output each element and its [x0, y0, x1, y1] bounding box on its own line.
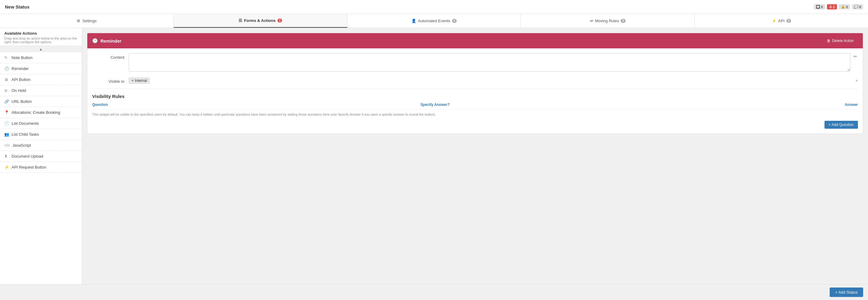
api-icon: ⚡: [772, 19, 776, 23]
sidebar-item-allocations[interactable]: 📍 Allocations: Create Booking: [0, 107, 82, 118]
action-body: Content ✏ Visible to × Internal: [87, 49, 863, 133]
tab-badge-api: 0: [786, 19, 791, 23]
sidebar-item-url-button[interactable]: 🔗 URL Button: [0, 96, 82, 107]
sidebar: Available Actions Drag and drop an actio…: [0, 28, 82, 296]
vr-col-specify[interactable]: Specify Answer?: [421, 102, 639, 107]
vr-description: This widget will be visible to the speci…: [92, 112, 858, 117]
page-title: New Status: [5, 4, 30, 9]
moving-icon: ⇌: [590, 19, 593, 23]
content-field-row: Content ✏: [92, 53, 858, 72]
badge-icon-0: 🔲: [816, 5, 820, 9]
sidebar-subtitle: Drag and drop an action below to the are…: [4, 36, 78, 44]
badge-2: 🔒 0: [839, 4, 850, 9]
tab-badge-forms: 1: [277, 19, 282, 23]
visible-to-tag: × Internal: [129, 78, 150, 84]
content-area: 🕐 Reminder 🗑 Delete Action Content ✏: [82, 28, 868, 296]
badge-icon-2: 🔒: [841, 5, 845, 9]
automated-icon: 👤: [411, 19, 416, 23]
tab-api[interactable]: ⚡ API 0: [694, 14, 868, 28]
allocations-icon: 📍: [4, 110, 9, 115]
badge-1: ⚠ 1: [827, 4, 837, 9]
vr-col-answer[interactable]: Answer: [639, 102, 858, 107]
sidebar-item-on-hold[interactable]: ⊘ On Hold: [0, 85, 82, 96]
sidebar-item-list-child-tasks[interactable]: 👥 List Child Tasks: [0, 129, 82, 140]
on-hold-icon: ⊘: [4, 88, 9, 93]
vr-table-header: Question Specify Answer? Answer: [92, 102, 858, 110]
api-request-icon: ⚡: [4, 165, 9, 170]
add-status-button[interactable]: + Add Status: [830, 288, 863, 296]
top-bar-badges: 🔲 0 ⚠ 1 🔒 0 💬 0: [814, 4, 863, 9]
bottom-bar: + Add Status: [0, 284, 868, 296]
list-documents-icon: 📄: [4, 121, 9, 126]
visibility-rules-section: Visibility Rules Question Specify Answer…: [92, 89, 858, 129]
document-upload-icon: ⬆: [4, 154, 9, 158]
visible-to-clear-button[interactable]: ×: [856, 78, 858, 83]
visible-to-row: Visible to × Internal ×: [92, 77, 858, 84]
content-input[interactable]: [129, 53, 850, 71]
delete-action-button[interactable]: 🗑 Delete Action: [823, 37, 858, 45]
forms-icon: ☰: [239, 18, 242, 23]
api-button-icon: 🖥: [4, 77, 9, 82]
content-control: [129, 53, 850, 72]
sidebar-list: ✎ Note Button 🕐 Reminder 🖥 API Button ⊘ …: [0, 52, 82, 289]
action-header-title: Reminder: [100, 38, 121, 43]
scroll-up-btn[interactable]: ▲: [0, 46, 82, 52]
tab-forms-actions[interactable]: ☰ Forms & Actions 1: [174, 14, 347, 28]
vr-footer: + Add Question: [92, 121, 858, 129]
sidebar-item-api-request-button[interactable]: ⚡ API Request Button: [0, 162, 82, 173]
action-header: 🕐 Reminder 🗑 Delete Action: [87, 33, 863, 49]
sidebar-title: Available Actions: [4, 31, 78, 36]
action-header-icon: 🕐: [92, 38, 98, 43]
main-layout: Available Actions Drag and drop an actio…: [0, 28, 868, 296]
tab-badge-automated: 0: [452, 19, 457, 23]
action-card-reminder: 🕐 Reminder 🗑 Delete Action Content ✏: [87, 33, 863, 134]
settings-icon: ⚙: [77, 19, 80, 23]
visible-to-label: Visible to: [92, 77, 129, 84]
list-child-tasks-icon: 👥: [4, 132, 9, 137]
sidebar-item-api-button[interactable]: 🖥 API Button: [0, 74, 82, 85]
note-button-icon: ✎: [4, 55, 9, 60]
vr-col-question[interactable]: Question: [92, 102, 421, 107]
url-button-icon: 🔗: [4, 99, 9, 104]
sidebar-item-note-button[interactable]: ✎ Note Button: [0, 52, 82, 63]
tab-badge-moving: 0: [621, 19, 625, 23]
tab-moving-rules[interactable]: ⇌ Moving Rules 0: [521, 14, 694, 28]
sidebar-item-javascript[interactable]: </> JavaScript: [0, 140, 82, 151]
badge-icon-1: ⚠: [829, 5, 832, 9]
badge-3: 💬 0: [852, 4, 863, 9]
visible-to-control: × Internal: [129, 78, 856, 84]
sidebar-item-list-documents[interactable]: 📄 List Documents: [0, 118, 82, 129]
badge-0: 🔲 0: [814, 4, 825, 9]
tab-automated-events[interactable]: 👤 Automated Events 0: [347, 14, 521, 28]
sidebar-item-reminder[interactable]: 🕐 Reminder: [0, 63, 82, 74]
tag-remove-icon[interactable]: ×: [131, 79, 133, 83]
sidebar-header: Available Actions Drag and drop an actio…: [0, 28, 82, 46]
tab-settings[interactable]: ⚙ Settings: [0, 14, 174, 28]
content-label: Content: [92, 53, 129, 60]
top-bar: New Status 🔲 0 ⚠ 1 🔒 0 💬 0: [0, 0, 868, 14]
reminder-icon: 🕐: [4, 66, 9, 71]
visibility-rules-title: Visibility Rules: [92, 94, 858, 99]
edit-content-button[interactable]: ✏: [853, 53, 858, 60]
delete-icon: 🗑: [827, 39, 831, 43]
tabs: ⚙ Settings ☰ Forms & Actions 1 👤 Automat…: [0, 14, 868, 28]
sidebar-item-document-upload[interactable]: ⬆ Document Upload: [0, 151, 82, 162]
badge-icon-3: 💬: [854, 5, 858, 9]
javascript-icon: </>: [4, 143, 10, 148]
add-question-button[interactable]: + Add Question: [825, 121, 858, 129]
